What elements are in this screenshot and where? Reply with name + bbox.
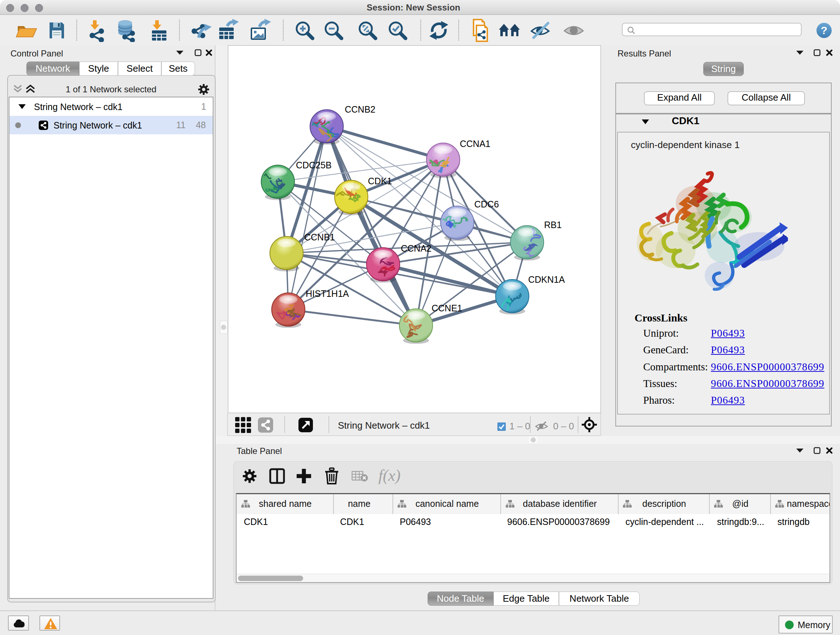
svg-text:CDKN1A: CDKN1A <box>528 274 565 285</box>
svg-text:CCNE1: CCNE1 <box>431 303 462 313</box>
svg-text:CCNA1: CCNA1 <box>460 139 491 149</box>
svg-text:CDC6: CDC6 <box>474 199 499 209</box>
svg-text:CDK1: CDK1 <box>368 176 392 186</box>
svg-text:CCNB1: CCNB1 <box>304 232 335 242</box>
svg-text:RB1: RB1 <box>544 220 562 230</box>
svg-text:CCNB2: CCNB2 <box>345 104 376 114</box>
svg-text:CCNA2: CCNA2 <box>401 243 431 253</box>
svg-text:?: ? <box>821 24 827 36</box>
svg-text:HIST1H1A: HIST1H1A <box>306 288 349 299</box>
svg-text:CDC25B: CDC25B <box>296 160 332 170</box>
